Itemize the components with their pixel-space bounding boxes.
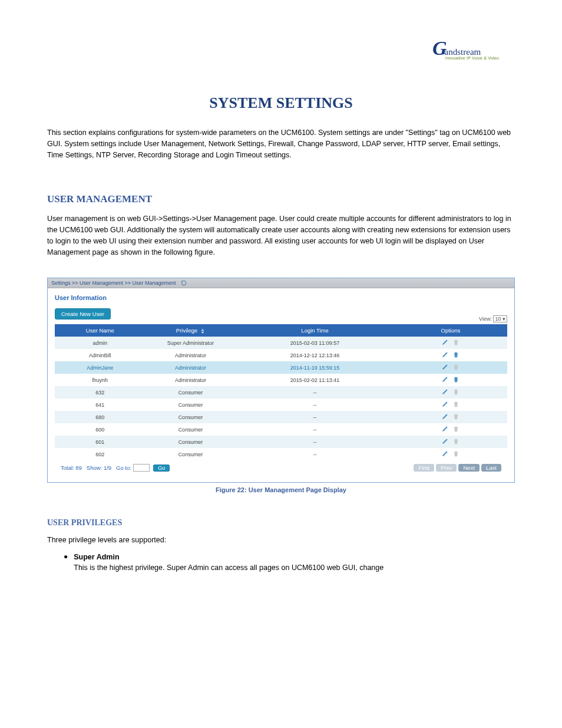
- cell-options: [394, 386, 507, 398]
- cell-privilege: Consumer: [146, 398, 236, 411]
- table-row: 680Consumer--: [55, 411, 507, 423]
- table-row: 632Consumer--: [55, 386, 507, 398]
- cell-logintime: 2014-11-19 15:59:15: [236, 361, 394, 374]
- breadcrumb-bar: Settings >> User Management >> User Mana…: [48, 278, 514, 288]
- cell-username: 600: [55, 423, 146, 436]
- breadcrumb: Settings >> User Management >> User Mana…: [51, 280, 176, 286]
- col-header-username[interactable]: User Name: [55, 324, 146, 337]
- cell-privilege: Administrator: [146, 361, 236, 374]
- cell-logintime: --: [236, 423, 394, 436]
- edit-icon[interactable]: [442, 351, 448, 358]
- table-row: AdminBillAdministrator2014-12-12 12:13:4…: [55, 349, 507, 361]
- table-row: adminSuper Administrator2015-02-03 11:09…: [55, 337, 507, 349]
- edit-icon[interactable]: [442, 413, 448, 420]
- pager-prev-button[interactable]: Prev: [436, 464, 457, 472]
- cell-options: [394, 448, 507, 460]
- cell-logintime: --: [236, 448, 394, 460]
- edit-icon[interactable]: [442, 388, 448, 395]
- bullet-item: ● Super Admin This is the highest privil…: [64, 552, 515, 573]
- pager-goto-label: Go to:: [116, 465, 131, 471]
- sort-icon: [200, 329, 205, 334]
- edit-icon[interactable]: [442, 401, 448, 407]
- pager-go-button[interactable]: Go: [153, 465, 170, 472]
- user-table: User Name Privilege Login Time Options a…: [55, 324, 507, 460]
- delete-icon: [453, 450, 459, 457]
- refresh-icon[interactable]: [181, 280, 187, 286]
- pager-first-button[interactable]: First: [414, 464, 434, 472]
- user-privileges-paragraph: Three privilege levels are supported:: [47, 535, 515, 546]
- cell-options: [394, 436, 507, 448]
- cell-options: [394, 361, 507, 374]
- bullet-body: This is the highest privilege. Super Adm…: [74, 562, 515, 573]
- cell-options: [394, 398, 507, 411]
- table-row: lhuynhAdministrator2015-02-02 11:13:41: [55, 374, 507, 386]
- cell-username: 632: [55, 386, 146, 398]
- edit-icon[interactable]: [442, 364, 448, 370]
- cell-username: admin: [55, 337, 146, 349]
- cell-options: [394, 423, 507, 436]
- edit-icon[interactable]: [442, 339, 448, 345]
- cell-logintime: --: [236, 386, 394, 398]
- cell-username: 602: [55, 448, 146, 460]
- cell-username: 641: [55, 398, 146, 411]
- pager: Total: 89 Show: 1/9 Go to: Go First Prev…: [55, 460, 507, 476]
- cell-logintime: --: [236, 411, 394, 423]
- delete-icon: [453, 426, 459, 432]
- cell-username: AdminJane: [55, 361, 146, 374]
- create-new-user-button[interactable]: Create New User: [55, 308, 111, 319]
- view-page-size-select[interactable]: 10 ▾: [493, 315, 507, 322]
- cell-options: [394, 337, 507, 349]
- cell-logintime: 2015-02-03 11:09:57: [236, 337, 394, 349]
- pager-next-button[interactable]: Next: [458, 464, 480, 472]
- cell-options: [394, 349, 507, 361]
- cell-privilege: Super Administrator: [146, 337, 236, 349]
- edit-icon[interactable]: [442, 438, 448, 444]
- cell-options: [394, 411, 507, 423]
- edit-icon[interactable]: [442, 450, 448, 457]
- cell-username: lhuynh: [55, 374, 146, 386]
- delete-icon: [453, 339, 459, 345]
- pager-show: Show: 1/9: [87, 465, 111, 471]
- cell-privilege: Administrator: [146, 374, 236, 386]
- table-row: AdminJaneAdministrator2014-11-19 15:59:1…: [55, 361, 507, 374]
- col-header-options: Options: [394, 324, 507, 337]
- cell-username: AdminBill: [55, 349, 146, 361]
- pager-goto-input[interactable]: [133, 464, 150, 472]
- view-label: View:: [479, 316, 492, 322]
- table-row: 601Consumer--: [55, 436, 507, 448]
- delete-icon: [453, 364, 459, 370]
- delete-icon: [453, 401, 459, 407]
- pager-last-button[interactable]: Last: [481, 464, 501, 472]
- col-header-logintime[interactable]: Login Time: [236, 324, 394, 337]
- cell-username: 680: [55, 411, 146, 423]
- cell-logintime: 2014-12-12 12:13:46: [236, 349, 394, 361]
- section-user-privileges-heading: USER PRIVILEGES: [47, 518, 515, 528]
- user-management-paragraph: User management is on web GUI->Settings-…: [47, 213, 515, 258]
- edit-icon[interactable]: [442, 376, 448, 383]
- figure-caption: Figure 22: User Management Page Display: [47, 486, 515, 493]
- cell-privilege: Consumer: [146, 386, 236, 398]
- delete-icon: [453, 438, 459, 444]
- cell-privilege: Administrator: [146, 349, 236, 361]
- delete-icon: [453, 413, 459, 420]
- table-row: 600Consumer--: [55, 423, 507, 436]
- bullet-title: Super Admin: [74, 552, 515, 562]
- cell-privilege: Consumer: [146, 423, 236, 436]
- cell-logintime: --: [236, 436, 394, 448]
- cell-username: 601: [55, 436, 146, 448]
- delete-icon: [453, 388, 459, 395]
- intro-paragraph: This section explains configurations for…: [47, 127, 515, 160]
- cell-privilege: Consumer: [146, 436, 236, 448]
- page-title: SYSTEM SETTINGS: [47, 94, 515, 112]
- cell-logintime: --: [236, 398, 394, 411]
- cell-options: [394, 374, 507, 386]
- table-row: 641Consumer--: [55, 398, 507, 411]
- pager-total: Total: 89: [61, 465, 82, 471]
- delete-icon[interactable]: [453, 376, 459, 383]
- col-header-privilege[interactable]: Privilege: [146, 324, 236, 337]
- edit-icon[interactable]: [442, 426, 448, 432]
- table-row: 602Consumer--: [55, 448, 507, 460]
- brand-tagline: Innovative IP Voice & Video: [445, 56, 515, 60]
- delete-icon[interactable]: [453, 351, 459, 358]
- brand-logo: Gandstream Innovative IP Voice & Video: [432, 40, 515, 68]
